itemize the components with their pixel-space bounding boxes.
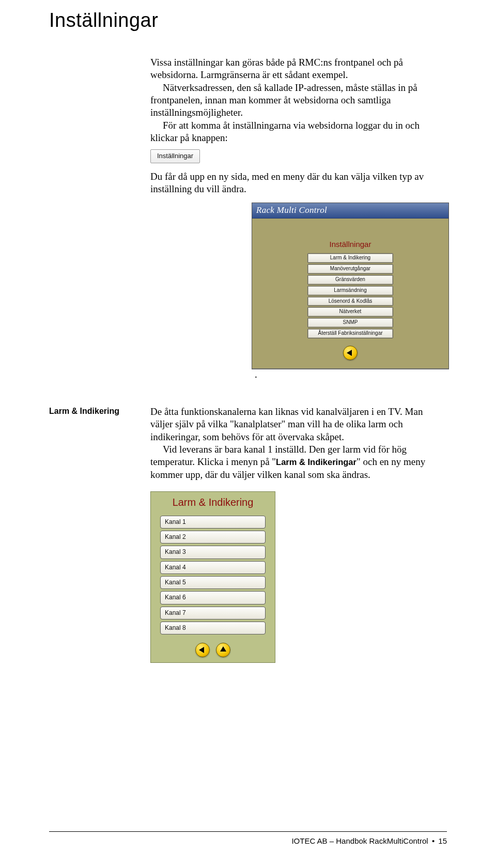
rmc-menu-item[interactable]: Återställ Fabriksinställningar [307, 329, 393, 338]
larm-nav-row [195, 643, 230, 657]
intro-paragraph-3: För att komma åt inställningarna via web… [150, 119, 447, 145]
larm-channel-item[interactable]: Kanal 3 [160, 546, 266, 559]
larm-channel-item[interactable]: Kanal 1 [160, 516, 266, 529]
larm-channel-item[interactable]: Kanal 6 [160, 591, 266, 604]
larm-channel-item[interactable]: Kanal 4 [160, 561, 266, 574]
rmc-panel-screenshot: Rack Multi Control Inställningar Larm & … [252, 203, 447, 382]
trailing-period: . [255, 368, 257, 381]
larm-channel-list: Kanal 1 Kanal 2 Kanal 3 Kanal 4 Kanal 5 … [160, 516, 266, 635]
larm-section: Larm & Indikering De åtta funktionskanal… [49, 406, 447, 663]
footer-page-number: 15 [438, 836, 447, 845]
settings-button[interactable]: Inställningar [150, 149, 200, 163]
rmc-section-heading: Inställningar [330, 239, 371, 249]
footer-left: IOTEC AB – Handbok RackMultiControl [291, 836, 428, 845]
bullet-icon: • [430, 836, 436, 845]
rmc-panel-body: Inställningar Larm & Indikering Manöveru… [252, 219, 448, 368]
larm-channel-item[interactable]: Kanal 2 [160, 531, 266, 544]
intro-block: Vissa inställningar kan göras både på RM… [150, 56, 447, 382]
rmc-menu: Larm & Indikering Manöverutgångar Gränsv… [307, 253, 393, 338]
up-arrow-icon[interactable] [216, 643, 230, 657]
rmc-menu-item[interactable]: Larmsändning [307, 286, 393, 296]
larm-panel-title: Larm & Indikering [173, 496, 254, 509]
rmc-panel: Rack Multi Control Inställningar Larm & … [252, 203, 449, 369]
larm-panel-screenshot: Larm & Indikering Kanal 1 Kanal 2 Kanal … [150, 491, 447, 663]
rmc-menu-item[interactable]: Nätverket [307, 307, 393, 317]
rmc-menu-item[interactable]: SNMP [307, 318, 393, 328]
intro-paragraph-4: Du får då upp en ny sida, med en meny dä… [150, 171, 447, 196]
footer-rule [49, 831, 447, 832]
larm-panel: Larm & Indikering Kanal 1 Kanal 2 Kanal … [150, 491, 275, 663]
rmc-menu-item[interactable]: Gränsvärden [307, 275, 393, 285]
side-heading-larm: Larm & Indikering [49, 406, 150, 663]
larm-channel-item[interactable]: Kanal 5 [160, 576, 266, 589]
larm-channel-item[interactable]: Kanal 8 [160, 622, 266, 634]
larm-p2-bold: Larm & Indikeringar [276, 457, 357, 467]
footer-text: IOTEC AB – Handbok RackMultiControl • 15 [291, 836, 447, 845]
rmc-menu-item[interactable]: Lösenord & Kodlås [307, 297, 393, 306]
rmc-menu-item[interactable]: Larm & Indikering [307, 253, 393, 263]
page-title: Inställningar [49, 9, 447, 32]
larm-paragraph-2: Vid leverans är bara kanal 1 inställd. D… [150, 443, 447, 481]
rmc-nav-row [343, 346, 358, 360]
larm-text-column: De åtta funktionskanalerna kan liknas vi… [150, 406, 447, 663]
rmc-menu-item[interactable]: Manöverutgångar [307, 264, 393, 274]
back-arrow-icon[interactable] [195, 643, 210, 657]
back-arrow-icon[interactable] [343, 346, 358, 360]
document-page: Inställningar Vissa inställningar kan gö… [0, 0, 496, 868]
larm-channel-item[interactable]: Kanal 7 [160, 607, 266, 619]
intro-paragraph-2: Nätverksadressen, den så kallade IP-adre… [150, 82, 447, 119]
rmc-titlebar: Rack Multi Control [252, 203, 448, 219]
larm-paragraph-1: De åtta funktionskanalerna kan liknas vi… [150, 406, 447, 443]
intro-paragraph-1: Vissa inställningar kan göras både på RM… [150, 56, 447, 82]
